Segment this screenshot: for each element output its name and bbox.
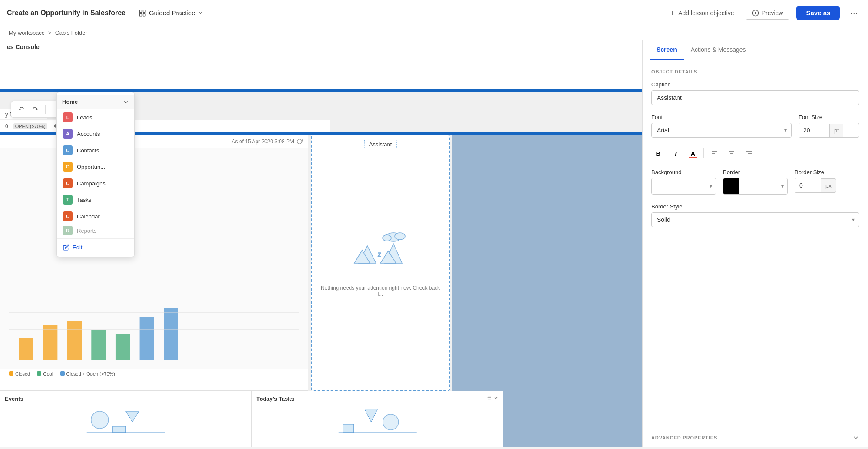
right-panel: Screen Actions & Messages OBJECT DETAILS… bbox=[642, 40, 868, 447]
svg-rect-12 bbox=[67, 321, 82, 360]
page-title: Create an Opportunity in Salesforce bbox=[7, 9, 125, 17]
dropdown-item-accounts[interactable]: A Accounts bbox=[57, 125, 134, 142]
workspace-link[interactable]: My workspace bbox=[9, 30, 45, 36]
legend-closed-icon bbox=[9, 371, 13, 376]
svg-rect-1 bbox=[143, 10, 145, 12]
svg-marker-31 bbox=[126, 411, 139, 422]
tasks-chevron-icon bbox=[493, 395, 498, 400]
sf-bottom-section: Events Today's Tasks bbox=[0, 391, 642, 447]
text-color-button[interactable]: A bbox=[686, 146, 700, 160]
svg-rect-10 bbox=[19, 338, 33, 360]
add-lesson-button[interactable]: Add lesson objective bbox=[664, 7, 738, 19]
preview-label: Preview bbox=[762, 10, 783, 17]
preview-button[interactable]: Preview bbox=[746, 7, 790, 20]
campaigns-icon: C bbox=[63, 178, 73, 188]
font-col: Font Arial Times New Roman Helvetica ▾ bbox=[651, 114, 792, 138]
border-size-label: Border Size bbox=[795, 169, 859, 175]
chevron-down-icon bbox=[198, 10, 203, 16]
assistant-label: Assistant bbox=[364, 140, 397, 149]
advanced-properties-label: ADVANCED PROPERTIES bbox=[651, 435, 717, 440]
sf-perf-row: 0 OPEN (>70%) €0 bbox=[0, 120, 330, 132]
tasks-icon: T bbox=[63, 195, 73, 205]
fontsize-input[interactable] bbox=[799, 123, 829, 137]
top-nav: Create an Opportunity in Salesforce Guid… bbox=[0, 0, 868, 26]
background-color-wrapper: ▾ bbox=[651, 178, 716, 195]
campaigns-label: Campaigns bbox=[77, 180, 106, 187]
fontsize-col: Font Size pt bbox=[799, 114, 859, 138]
border-style-select[interactable]: Solid Dashed Dotted None bbox=[652, 213, 859, 227]
align-right-button[interactable] bbox=[742, 146, 756, 160]
more-options-button[interactable]: ··· bbox=[847, 6, 861, 20]
legend-goal-icon bbox=[37, 371, 41, 376]
border-color-dropdown[interactable]: ▾ bbox=[739, 178, 787, 194]
background-group: Background ▾ bbox=[651, 169, 716, 195]
dropdown-item-leads[interactable]: L Leads bbox=[57, 109, 134, 125]
dropdown-item-reports[interactable]: R Reports bbox=[57, 224, 134, 237]
sf-events-panel: Events bbox=[0, 391, 252, 447]
left-panel: es Console ↶ ↷ − + bbox=[0, 40, 642, 447]
dropdown-item-opportunities[interactable]: O Opportun... bbox=[57, 158, 134, 175]
dropdown-item-tasks[interactable]: T Tasks bbox=[57, 191, 134, 208]
save-as-button[interactable]: Save as bbox=[796, 6, 840, 20]
svg-rect-11 bbox=[43, 325, 57, 360]
breadcrumb-separator: > bbox=[48, 30, 52, 36]
dropdown-item-contacts[interactable]: C Contacts bbox=[57, 142, 134, 158]
border-color-swatch bbox=[723, 178, 739, 194]
border-size-input[interactable] bbox=[795, 178, 821, 193]
tab-actions-messages[interactable]: Actions & Messages bbox=[684, 40, 753, 60]
font-select[interactable]: Arial Times New Roman Helvetica bbox=[652, 123, 791, 137]
align-center-button[interactable] bbox=[725, 146, 739, 160]
svg-text:Z: Z bbox=[378, 252, 381, 258]
sf-blue-bottom bbox=[503, 391, 642, 447]
toolbar-separator bbox=[45, 105, 46, 114]
fontsize-unit: pt bbox=[829, 124, 843, 137]
italic-button[interactable]: I bbox=[669, 146, 683, 160]
dropdown-home-label: Home bbox=[62, 99, 78, 105]
legend-closedopen-icon bbox=[60, 371, 65, 376]
border-size-unit: px bbox=[821, 178, 836, 193]
dropdown-chevron-icon bbox=[123, 99, 129, 105]
sf-content: es Console ↶ ↷ − + bbox=[0, 40, 642, 447]
align-left-icon bbox=[711, 150, 718, 157]
advanced-chevron-icon bbox=[852, 434, 859, 441]
border-color-wrapper: ▾ bbox=[723, 178, 788, 195]
svg-rect-2 bbox=[139, 13, 142, 16]
add-lesson-label: Add lesson objective bbox=[678, 10, 734, 17]
sf-blue-overlay bbox=[452, 135, 642, 391]
breadcrumb: My workspace > Gab's Folder bbox=[0, 26, 868, 40]
sf-legend: Closed Goal Closed + Open (>70%) bbox=[0, 369, 308, 379]
font-row: Font Arial Times New Roman Helvetica ▾ F… bbox=[651, 114, 859, 138]
reports-label: Reports bbox=[77, 228, 97, 234]
guided-practice-button[interactable]: Guided Practice bbox=[134, 7, 208, 20]
dropdown-edit[interactable]: Edit bbox=[57, 241, 134, 254]
top-nav-right: Add lesson objective Preview Save as ··· bbox=[664, 6, 861, 20]
fontsize-label: Font Size bbox=[799, 114, 859, 120]
background-color-dropdown[interactable]: ▾ bbox=[667, 178, 716, 194]
tasks-label-dropdown: Tasks bbox=[77, 197, 91, 203]
align-right-icon bbox=[746, 150, 752, 157]
sf-console-label: es Console bbox=[0, 40, 642, 54]
guided-practice-icon bbox=[139, 9, 146, 17]
bold-button[interactable]: B bbox=[651, 146, 665, 160]
tab-screen[interactable]: Screen bbox=[650, 40, 684, 60]
format-row: B I A bbox=[651, 146, 859, 160]
align-left-button[interactable] bbox=[707, 146, 721, 160]
svg-rect-39 bbox=[343, 424, 353, 433]
advanced-properties-header[interactable]: ADVANCED PROPERTIES bbox=[643, 428, 868, 447]
main-area: es Console ↶ ↷ − + bbox=[0, 40, 868, 447]
dropdown-item-calendar[interactable]: C Calendar bbox=[57, 208, 134, 224]
svg-point-29 bbox=[91, 411, 109, 429]
caption-group: Caption bbox=[651, 81, 859, 105]
svg-rect-0 bbox=[139, 10, 142, 12]
svg-point-26 bbox=[395, 233, 405, 240]
opportunities-label: Opportun... bbox=[77, 164, 105, 170]
font-select-wrapper: Arial Times New Roman Helvetica ▾ bbox=[651, 123, 792, 138]
caption-input[interactable] bbox=[651, 90, 859, 105]
folder-link[interactable]: Gab's Folder bbox=[55, 30, 87, 36]
redo-button[interactable]: ↷ bbox=[29, 103, 42, 115]
svg-rect-3 bbox=[143, 13, 145, 16]
dropdown-item-campaigns[interactable]: C Campaigns bbox=[57, 175, 134, 191]
contacts-icon: C bbox=[63, 145, 73, 155]
svg-marker-40 bbox=[364, 409, 377, 422]
undo-button[interactable]: ↶ bbox=[15, 103, 27, 115]
